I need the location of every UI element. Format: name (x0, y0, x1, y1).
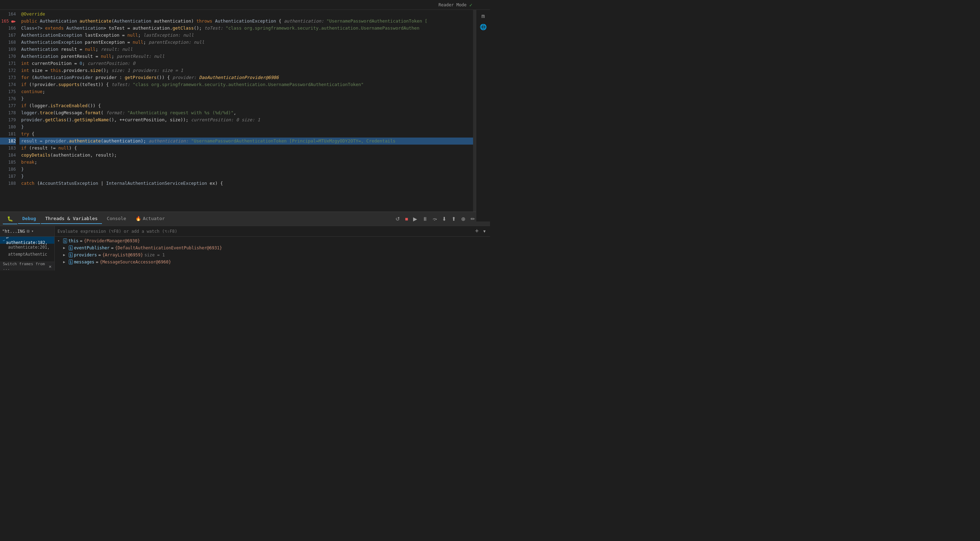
var-val-2: {ArrayList@6959} (102, 251, 143, 258)
debug-icon[interactable]: 🐛 (3, 214, 17, 224)
var-type-icon-2: i (69, 253, 73, 258)
code-line-164: @Override (19, 11, 476, 18)
code-line-171: int currentPosition = 0; currentPosition… (19, 60, 476, 67)
line-number-182[interactable]: 182 (0, 138, 16, 145)
code-line-180: } (19, 123, 476, 130)
tab-actuator[interactable]: 🔥 Actuator (131, 214, 169, 224)
line-number-170[interactable]: 170 (0, 53, 16, 60)
code-line-169: Authentication result = null; result: nu… (19, 46, 476, 53)
code-line-181: try { (19, 130, 476, 138)
var-eq-0: = (80, 237, 83, 244)
tab-debug-label[interactable]: Debug (18, 214, 40, 224)
var-type-icon-1: i (69, 245, 73, 250)
var-expand-0[interactable]: ▾ (57, 237, 62, 244)
line-number-174[interactable]: 174 (0, 81, 16, 88)
line-number-176[interactable]: 176 (0, 95, 16, 102)
code-line-187: } (19, 173, 476, 180)
line-number-179[interactable]: 179 (0, 116, 16, 123)
line-number-169[interactable]: 169 (0, 46, 16, 53)
line-number-187[interactable]: 187 (0, 173, 16, 180)
line-number-178[interactable]: 178 (0, 109, 16, 116)
line-number-180[interactable]: 180 (0, 123, 16, 130)
code-line-185: break; (19, 159, 476, 166)
var-row-0[interactable]: ▾ i this = {ProviderManager@6930} (55, 237, 490, 244)
var-row-3[interactable]: ▶ i messages = {MessageSourceAccessor@69… (55, 258, 490, 266)
switch-frames-bar: Switch frames from ... ✕ (0, 262, 54, 270)
line-number-186[interactable]: 186 (0, 166, 16, 173)
pause-button[interactable]: ⏸ (420, 215, 430, 223)
var-expand-3[interactable]: ▶ (63, 258, 67, 266)
right-icon-panel: m 🌐 (476, 10, 490, 221)
var-expand-1[interactable]: ▶ (63, 244, 67, 251)
code-line-188: catch (AccountStatusException | Internal… (19, 180, 476, 187)
line-number-188[interactable]: 188 (0, 180, 16, 187)
add-watch-button[interactable]: + (473, 228, 480, 235)
rerun-button[interactable]: ↺ (394, 215, 402, 223)
watch-dropdown-button[interactable]: ▾ (482, 229, 487, 234)
step-out-button[interactable]: ⬆ (450, 215, 458, 223)
watch-expression-input[interactable] (57, 229, 472, 234)
thread-frame-item-1[interactable]: authenticate:201, (0, 244, 54, 251)
line-number-173[interactable]: 173 (0, 74, 16, 81)
var-name-3: messages (74, 258, 95, 266)
debug-panel: "ht...ING ⊟ ▾ ↩↩ authenticate:182,authen… (0, 226, 490, 270)
chevron-icon[interactable]: ▾ (32, 229, 34, 234)
line-number-166[interactable]: 166 (0, 25, 16, 32)
code-line-166: Class<?> extends Authentication> toTest … (19, 25, 476, 32)
var-row-2[interactable]: ▶ i providers = {ArrayList@6959} size = … (55, 251, 490, 258)
step-into-button[interactable]: ⬇ (440, 215, 449, 223)
line-number-168[interactable]: 168 (0, 39, 16, 46)
code-line-175: continue; (19, 88, 476, 95)
var-eq-1: = (111, 244, 114, 251)
run-to-cursor-button[interactable]: ⊕ (459, 215, 468, 223)
actuator-icon: 🔥 (135, 216, 141, 221)
line-number-164[interactable]: 164 (0, 11, 16, 18)
code-line-170: Authentication parentResult = null; pare… (19, 53, 476, 60)
var-name-1: eventPublisher (74, 244, 110, 251)
map-icon[interactable]: m (482, 13, 485, 19)
var-val-1: {DefaultAuthenticationEventPublisher@693… (115, 244, 222, 251)
filter-icon[interactable]: ⊟ (27, 229, 30, 234)
reader-mode-check-icon[interactable]: ✓ (469, 2, 473, 8)
tab-console-label: Console (107, 216, 126, 221)
line-number-185[interactable]: 185 (0, 159, 16, 166)
var-name-2: providers (74, 251, 97, 258)
code-line-186: } (19, 166, 476, 173)
debug-action-buttons: ↺ ■ ▶ ⏸ ⤼ ⬇ ⬆ ⊕ ✏ ⋮ (394, 215, 487, 223)
thread-frames-list: ↩↩ authenticate:182,authenticate:201,att… (0, 237, 54, 258)
line-number-167[interactable]: 167 (0, 32, 16, 39)
reader-mode-text: Reader Mode (439, 2, 466, 7)
code-line-176: } (19, 95, 476, 102)
code-line-172: int size = this.providers.size(); size: … (19, 67, 476, 74)
stop-button[interactable]: ■ (403, 215, 410, 223)
line-number-183[interactable]: 183 (0, 145, 16, 152)
line-number-184[interactable]: 184 (0, 152, 16, 159)
thread-frame-item-2[interactable]: attemptAuthentic (0, 251, 54, 258)
var-row-1[interactable]: ▶ i eventPublisher = {DefaultAuthenticat… (55, 244, 490, 251)
line-number-177[interactable]: 177 (0, 102, 16, 109)
watch-input-bar: + ▾ (55, 226, 490, 237)
var-expand-2[interactable]: ▶ (63, 251, 67, 258)
variables-list: ▾ i this = {ProviderManager@6930} ▶ i ev… (55, 237, 490, 270)
editor-scrollbar[interactable] (473, 10, 476, 212)
line-number-171[interactable]: 171 (0, 60, 16, 67)
var-val-3: {MessageSourceAccessor@6960} (100, 258, 171, 266)
resume-button[interactable]: ▶ (411, 215, 419, 223)
thread-frame-item-0[interactable]: ↩↩ authenticate:182, (0, 237, 54, 244)
line-number-175[interactable]: 175 (0, 88, 16, 95)
code-line-183: if (result != null) { (19, 145, 476, 152)
code-line-182: result = provider.authenticate(authentic… (19, 138, 476, 145)
close-frames-icon[interactable]: ✕ (49, 264, 51, 269)
line-number-172[interactable]: 172 (0, 67, 16, 74)
code-line-179: provider.getClass().getSimpleName(), ++c… (19, 116, 476, 123)
code-line-184: copyDetails(authentication, result); (19, 152, 476, 159)
line-number-165[interactable]: 165 ●▶ (0, 18, 16, 25)
global-search-icon[interactable]: 🌐 (480, 24, 487, 30)
tab-threads-variables[interactable]: Threads & Variables (41, 214, 102, 224)
step-over-button[interactable]: ⤼ (431, 215, 439, 223)
tab-threads-variables-label: Threads & Variables (45, 216, 98, 221)
reader-mode-bar: Reader Mode ✓ (0, 0, 490, 10)
switch-frames-label: Switch frames from ... (3, 262, 47, 270)
line-number-181[interactable]: 181 (0, 130, 16, 138)
tab-console[interactable]: Console (103, 214, 130, 224)
